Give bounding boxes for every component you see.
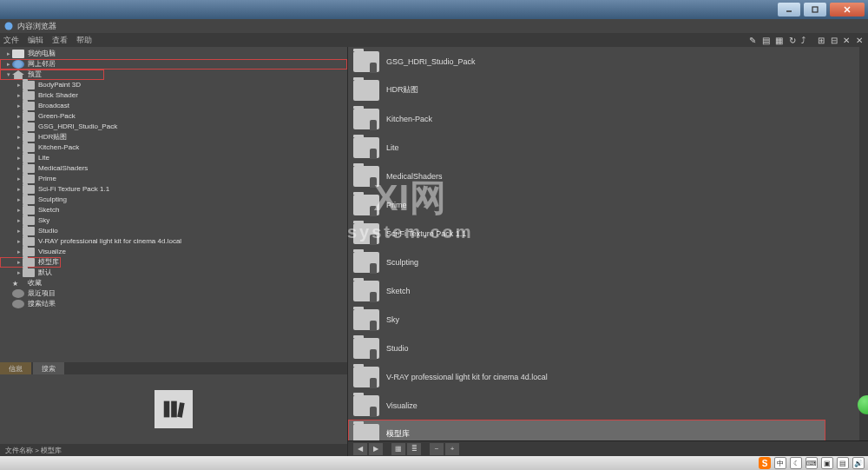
tree-item[interactable]: ▸Broadcast [0,101,347,111]
locked-folder-icon [353,195,379,215]
tree-label: 预置 [28,70,42,80]
folder-icon [23,216,35,225]
ime-sogou-icon[interactable]: S [759,457,771,469]
tab-search[interactable]: 搜索 [33,362,64,374]
tree-label: 我的电脑 [28,49,56,59]
window-minimize-button[interactable] [778,3,800,17]
view-list-button[interactable]: ≣ [407,443,421,455]
list-item[interactable]: Sketch [348,276,868,305]
footer-path-label: 文件名称 [5,446,33,455]
list-item-label: Visualize [386,401,418,410]
panel-close2-icon[interactable]: ✕ [856,36,863,45]
tree-item[interactable]: ▸Studio [0,226,347,236]
tree-item[interactable]: ▸Kitchen-Pack [0,142,347,153]
main-footer: ◀ ▶ ▦ ≣ − + [348,440,868,456]
tray-volume-icon[interactable]: 🔊 [852,457,865,469]
list-item[interactable]: Lite [348,133,868,162]
nav-next-button[interactable]: ▶ [369,443,383,455]
tree-item-label: Sci-Fi Texture Pack 1.1 [38,184,109,195]
menu-help[interactable]: 帮助 [76,35,92,46]
tree-item[interactable]: ▸默认 [0,268,347,278]
window-maximize-button[interactable] [804,3,826,17]
list-item[interactable]: Sculpting [348,248,868,276]
list-item[interactable]: GSG_HDRI_Studio_Pack [348,47,868,76]
locked-folder-icon [353,137,379,158]
main-list: GSG_HDRI_Studio_PackHDR贴图Kitchen-PackLit… [347,47,868,456]
tree-favorites[interactable]: ★ 收藏 [0,278,347,288]
list-item-label: HDR贴图 [386,84,419,96]
tree-item[interactable]: ▸V-RAY professional light kit for cinema… [0,236,347,247]
menu-view[interactable]: 查看 [52,35,68,46]
zoom-out-button[interactable]: − [430,443,444,455]
tree-search[interactable]: 搜索结果 [0,299,347,309]
list-item[interactable]: HDR贴图 [348,76,868,104]
tree-item[interactable]: ▸GSG_HDRI_Studio_Pack [0,122,347,132]
view-thumb-button[interactable]: ▦ [391,443,405,455]
tab-info[interactable]: 信息 [0,362,31,374]
window-close-button[interactable] [830,3,865,17]
list-item-label: Prime [386,201,407,209]
tool-refresh-icon[interactable]: ↻ [789,36,796,45]
footer-path-value: 模型库 [41,446,62,455]
tree-item[interactable]: ▸模型库 [0,257,61,268]
tree-presets[interactable]: ▾ 预置 [0,70,104,80]
tree-item[interactable]: ▸Visualize [0,247,347,257]
tree-item[interactable]: ▸BodyPaint 3D [0,80,347,90]
locked-folder-icon [353,109,379,129]
list-item[interactable]: Studio [348,334,868,362]
ime-kbd-icon[interactable]: ⌨ [806,457,818,469]
ime-moon-icon[interactable]: ☾ [790,457,802,469]
tray-shield-icon[interactable]: ▣ [821,457,833,469]
tree-item-label: Prime [38,174,56,184]
list-item-label: Lite [386,143,399,152]
list-item[interactable]: Sky [348,305,868,334]
locked-folder-icon [353,51,379,72]
tray-net-icon[interactable]: ▤ [837,457,849,469]
panel-close-icon[interactable]: ✕ [843,36,850,45]
tree-item[interactable]: ▸Sculpting [0,195,347,205]
tree-item-label: HDR贴图 [38,132,67,142]
ime-lang-icon[interactable]: 中 [774,457,786,469]
list-item[interactable]: Kitchen-Pack [348,104,868,133]
tool-list-icon[interactable]: ▤ [762,36,770,45]
sidebar-preview [0,374,347,444]
folder-icon [23,81,35,89]
panel-min-icon[interactable]: ⊟ [831,36,838,45]
zoom-in-button[interactable]: + [445,443,459,455]
tree-recent[interactable]: 最近项目 [0,288,347,299]
list-item[interactable]: Sci-Fi Texture Pack 1.1 [348,219,868,248]
tree-item[interactable]: ▸Sky [0,215,347,226]
tree-item-label: BodyPaint 3D [38,80,81,90]
app-icon [3,21,14,31]
tree-item[interactable]: ▸Green-Pack [0,111,347,122]
list-item[interactable]: Prime [348,190,868,219]
preview-thumb [155,390,193,428]
globe-icon [12,60,24,69]
tree-item[interactable]: ▸Prime [0,174,347,184]
tree-my-computer[interactable]: ▸ 我的电脑 [0,49,347,59]
tree-item[interactable]: ▸Sci-Fi Texture Pack 1.1 [0,184,347,195]
bullet-icon [12,300,24,308]
tree-item[interactable]: ▸MedicalShaders [0,163,347,174]
menu-file[interactable]: 文件 [3,35,19,46]
tree-network[interactable]: ▸ 网上邻居 [0,59,347,70]
svg-rect-6 [171,401,177,418]
list-item[interactable]: V-RAY professional light kit for cinema … [348,362,868,391]
list-item[interactable]: MedicalShaders [348,162,868,190]
tree-item[interactable]: ▸Lite [0,153,347,163]
list-item[interactable]: Visualize [348,391,868,420]
tree-item-label: Sky [38,215,49,226]
folder-icon [23,268,35,277]
tree-item[interactable]: ▸Sketch [0,205,347,215]
tool-up-icon[interactable]: ⤴ [801,36,806,45]
tree-item[interactable]: ▸HDR贴图 [0,132,347,142]
tool-grid-icon[interactable]: ▦ [775,36,783,45]
tree-item-label: GSG_HDRI_Studio_Pack [38,122,117,132]
tree-item-label: V-RAY professional light kit for cinema … [38,236,181,247]
nav-prev-button[interactable]: ◀ [353,443,367,455]
tree-item[interactable]: ▸Brick Shader [0,90,347,101]
list-item-label: MedicalShaders [386,172,443,181]
menu-edit[interactable]: 编辑 [28,35,43,46]
tool-edit-icon[interactable]: ✎ [749,36,756,45]
panel-max-icon[interactable]: ⊞ [818,36,825,45]
